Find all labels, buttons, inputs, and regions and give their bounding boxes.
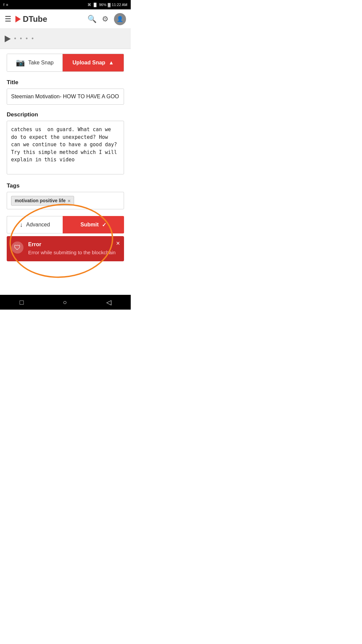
- search-icon[interactable]: 🔍: [87, 15, 97, 23]
- thumb-dots: • • • •: [14, 35, 35, 42]
- time-text: 11:22 AM: [112, 3, 127, 7]
- video-play-icon: [5, 36, 11, 42]
- title-input[interactable]: [7, 89, 124, 105]
- navbar-right: 🔍 ⚙ 👤: [87, 13, 126, 25]
- tags-container[interactable]: motivation positive life ×: [7, 192, 124, 209]
- error-message: Error while submitting to the blockchain: [28, 249, 119, 256]
- take-snap-label: Take Snap: [28, 60, 54, 66]
- action-row: ↓ Advanced Submit ✓: [7, 216, 124, 233]
- status-left: f ≡: [3, 3, 8, 7]
- description-textarea[interactable]: catches us on guard. What can we do to e…: [7, 121, 124, 174]
- hamburger-icon[interactable]: ☰: [5, 15, 11, 23]
- description-label: Description: [7, 111, 124, 118]
- error-toast: 🛡 Error Error while submitting to the bl…: [7, 236, 124, 261]
- status-right: ⌘ ▐▌ 96% ▓ 11:22 AM: [87, 3, 127, 7]
- submit-button[interactable]: Submit ✓: [63, 216, 124, 233]
- navbar-left: ☰ DTube: [5, 14, 47, 24]
- bottom-nav: □ ○ ◁: [0, 295, 131, 310]
- nav-circle-button[interactable]: ○: [63, 299, 67, 306]
- signal-icon: ▐▌: [93, 3, 98, 7]
- checkmark-icon: ✓: [102, 222, 106, 228]
- tags-field-group: Tags motivation positive life ×: [7, 182, 124, 209]
- error-text-block: Error Error while submitting to the bloc…: [28, 241, 119, 256]
- upload-icon: ▲: [109, 60, 114, 66]
- page-wrapper: f ≡ ⌘ ▐▌ 96% ▓ 11:22 AM ☰ DTube 🔍 ⚙ 👤: [0, 0, 131, 310]
- battery-text: 96%: [99, 3, 106, 7]
- status-bar: f ≡ ⌘ ▐▌ 96% ▓ 11:22 AM: [0, 0, 131, 9]
- submit-label: Submit: [80, 222, 99, 228]
- avatar[interactable]: 👤: [114, 13, 126, 25]
- shield-alert-icon: 🛡: [14, 244, 21, 252]
- advanced-label: Advanced: [26, 222, 50, 228]
- tag-remove-button[interactable]: ×: [68, 198, 71, 204]
- video-thumb-area: • • • •: [0, 29, 131, 49]
- upload-snap-button[interactable]: Upload Snap ▲: [63, 54, 124, 71]
- take-snap-button[interactable]: 📷 Take Snap: [7, 54, 63, 71]
- title-label: Title: [7, 79, 124, 86]
- snap-row: 📷 Take Snap Upload Snap ▲: [7, 54, 124, 72]
- navbar: ☰ DTube 🔍 ⚙ 👤: [0, 9, 131, 29]
- error-title: Error: [28, 241, 119, 248]
- upload-snap-label: Upload Snap: [72, 60, 105, 66]
- wifi-icon: ⌘: [87, 3, 91, 7]
- avatar-image: 👤: [117, 16, 123, 22]
- settings-icon[interactable]: ⚙: [102, 15, 109, 23]
- fb-icon: f: [3, 3, 4, 7]
- logo-play-icon: [15, 16, 21, 22]
- camera-icon: 📷: [16, 58, 25, 67]
- nav-square-button[interactable]: □: [19, 299, 23, 306]
- nav-back-button[interactable]: ◁: [106, 298, 111, 306]
- main-content: 📷 Take Snap Upload Snap ▲ Title Descript…: [0, 49, 131, 295]
- battery-icon: ▓: [108, 3, 110, 7]
- logo-text: DTube: [23, 14, 47, 24]
- tags-label: Tags: [7, 182, 124, 189]
- tag-chip-motivation: motivation positive life ×: [11, 196, 74, 206]
- tag-text: motivation positive life: [15, 198, 66, 203]
- error-shield-icon-wrapper: 🛡: [11, 241, 23, 254]
- advanced-button[interactable]: ↓ Advanced: [7, 216, 63, 233]
- menu-icon: ≡: [6, 3, 8, 7]
- description-field-group: Description catches us on guard. What ca…: [7, 111, 124, 176]
- down-arrow-icon: ↓: [20, 221, 23, 228]
- title-field-group: Title: [7, 79, 124, 105]
- logo: DTube: [15, 14, 47, 24]
- error-close-button[interactable]: ×: [116, 239, 120, 247]
